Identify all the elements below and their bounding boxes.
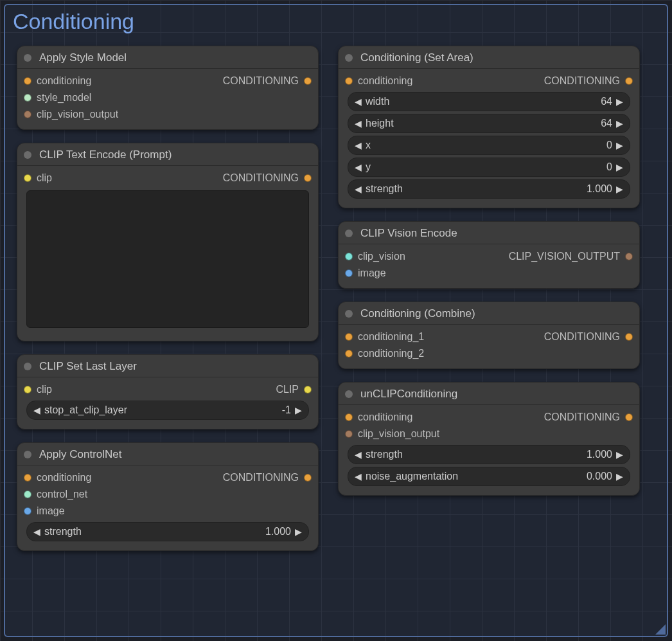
widget-x[interactable]: ◀x0▶ [348,136,630,155]
arrow-left-icon[interactable]: ◀ [355,162,362,172]
collapse-icon[interactable] [24,363,31,370]
input-conditioning[interactable]: conditioning [345,75,412,87]
output-conditioning[interactable]: CONDITIONING [544,331,633,343]
input-control-net[interactable]: control_net [24,489,87,500]
arrow-right-icon[interactable]: ▶ [616,184,623,194]
arrow-right-icon[interactable]: ▶ [295,405,302,415]
group-title: Conditioning [5,5,667,41]
node-conditioning-set-area[interactable]: Conditioning (Set Area) conditioning CON… [338,46,640,208]
node-clip-text-encode[interactable]: CLIP Text Encode (Prompt) clip CONDITION… [17,143,319,341]
collapse-icon[interactable] [345,230,353,237]
widget-height[interactable]: ◀height64▶ [348,114,630,133]
input-conditioning-2[interactable]: conditioning_2 [345,348,424,359]
node-title: CLIP Vision Encode [360,227,457,240]
output-conditioning[interactable]: CONDITIONING [223,172,312,184]
input-clip-vision[interactable]: clip_vision [345,251,405,262]
node-title: CLIP Set Last Layer [39,360,137,373]
arrow-left-icon[interactable]: ◀ [355,471,362,482]
collapse-icon[interactable] [345,54,353,62]
arrow-right-icon[interactable]: ▶ [616,118,623,129]
node-clip-vision-encode[interactable]: CLIP Vision Encode clip_vision CLIP_VISI… [338,221,640,289]
widget-y[interactable]: ◀y0▶ [348,158,630,177]
resize-handle-icon[interactable] [655,624,666,635]
input-image[interactable]: image [24,505,65,517]
node-title: Apply ControlNet [39,448,122,461]
arrow-left-icon[interactable]: ◀ [355,449,362,460]
output-conditioning[interactable]: CONDITIONING [544,75,633,87]
arrow-left-icon[interactable]: ◀ [355,184,362,194]
node-apply-controlnet[interactable]: Apply ControlNet conditioning CONDITIONI… [17,442,319,551]
arrow-left-icon[interactable]: ◀ [355,118,362,129]
output-conditioning[interactable]: CONDITIONING [223,75,312,87]
node-group-conditioning[interactable]: Conditioning Apply Style Model condition… [4,4,668,637]
arrow-right-icon[interactable]: ▶ [616,449,623,460]
output-conditioning[interactable]: CONDITIONING [223,472,312,483]
arrow-right-icon[interactable]: ▶ [616,162,623,172]
collapse-icon[interactable] [24,451,31,458]
collapse-icon[interactable] [24,151,31,159]
input-image[interactable]: image [345,267,386,279]
node-conditioning-combine[interactable]: Conditioning (Combine) conditioning_1 CO… [338,302,640,369]
output-clip[interactable]: CLIP [276,384,312,395]
node-title: Apply Style Model [39,51,127,64]
node-title: Conditioning (Set Area) [360,51,473,64]
arrow-right-icon[interactable]: ▶ [616,140,623,150]
input-clip-vision-output[interactable]: clip_vision_output [345,428,439,440]
input-clip-vision-output[interactable]: clip_vision_output [24,109,118,120]
arrow-right-icon[interactable]: ▶ [616,96,623,107]
node-clip-set-last-layer[interactable]: CLIP Set Last Layer clip CLIP ◀ stop_at_… [17,354,319,429]
output-conditioning[interactable]: CONDITIONING [544,411,633,423]
widget-strength[interactable]: ◀ strength 1.000 ▶ [26,522,309,541]
arrow-left-icon[interactable]: ◀ [355,96,362,107]
node-apply-style-model[interactable]: Apply Style Model conditioning CONDITION… [17,46,319,130]
arrow-right-icon[interactable]: ▶ [295,527,302,537]
node-title: Conditioning (Combine) [360,307,475,320]
output-clip-vision-output[interactable]: CLIP_VISION_OUTPUT [509,251,633,262]
arrow-left-icon[interactable]: ◀ [33,405,40,415]
node-unclip-conditioning[interactable]: unCLIPConditioning conditioning CONDITIO… [338,382,640,496]
node-title: unCLIPConditioning [360,388,457,401]
collapse-icon[interactable] [345,310,353,318]
collapse-icon[interactable] [345,390,353,398]
arrow-left-icon[interactable]: ◀ [355,140,362,150]
widget-strength[interactable]: ◀strength1.000▶ [348,445,630,464]
input-clip[interactable]: clip [24,384,52,395]
input-conditioning[interactable]: conditioning [24,75,91,87]
collapse-icon[interactable] [24,54,31,62]
widget-noise-augmentation[interactable]: ◀noise_augmentation0.000▶ [348,467,630,486]
arrow-right-icon[interactable]: ▶ [616,471,623,482]
prompt-textarea[interactable] [26,190,309,328]
input-conditioning-1[interactable]: conditioning_1 [345,331,424,343]
input-conditioning[interactable]: conditioning [345,411,412,423]
input-style-model[interactable]: style_model [24,92,91,104]
widget-strength[interactable]: ◀strength1.000▶ [348,179,630,199]
node-title: CLIP Text Encode (Prompt) [39,149,172,161]
input-clip[interactable]: clip [24,172,52,184]
widget-stop-at-clip-layer[interactable]: ◀ stop_at_clip_layer -1 ▶ [26,401,309,420]
widget-width[interactable]: ◀width64▶ [348,92,630,111]
arrow-left-icon[interactable]: ◀ [33,527,40,537]
input-conditioning[interactable]: conditioning [24,472,91,483]
